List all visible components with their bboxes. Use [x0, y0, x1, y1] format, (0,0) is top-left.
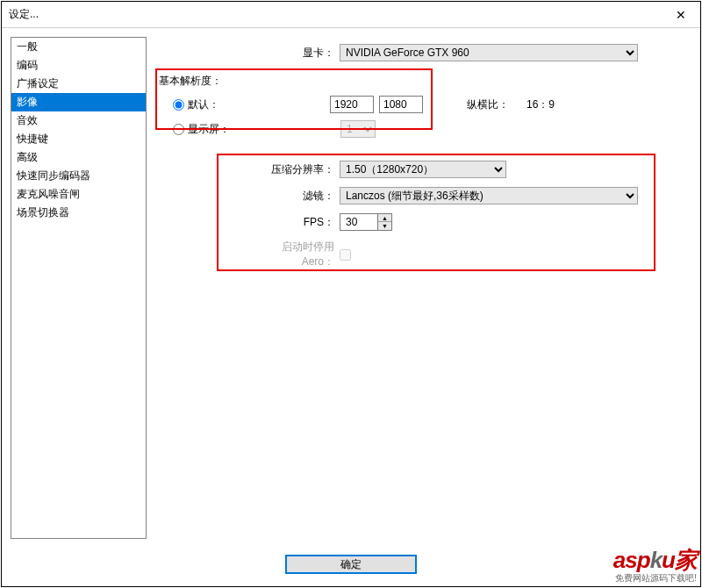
ok-button[interactable]: 确定 [285, 555, 417, 574]
footer: 确定 [2, 548, 700, 586]
gpu-select[interactable]: NVIDIA GeForce GTX 960 [340, 44, 638, 61]
main-panel: 显卡： NVIDIA GeForce GTX 960 基本解析度： 默认： 纵横… [155, 37, 691, 539]
fps-input[interactable] [340, 213, 378, 231]
titlebar: 设定... ✕ [2, 2, 700, 28]
radio-display-label: 显示屏： [188, 122, 230, 137]
sidebar-item-general[interactable]: 一般 [11, 38, 146, 56]
sidebar-item-advanced[interactable]: 高级 [11, 148, 146, 167]
fps-up-icon[interactable]: ▲ [378, 214, 391, 222]
sidebar-item-video[interactable]: 影像 [11, 93, 146, 111]
fps-label: FPS： [252, 215, 340, 230]
sidebar: 一般 编码 广播设定 影像 音效 快捷键 高级 快速同步编码器 麦克风噪音闸 场… [11, 37, 147, 539]
sidebar-item-hotkeys[interactable]: 快捷键 [11, 130, 146, 148]
aero-label: 启动时停用 Aero： [252, 240, 340, 269]
fps-spinner[interactable]: ▲ ▼ [340, 213, 392, 231]
sidebar-item-broadcast[interactable]: 广播设定 [11, 75, 146, 93]
height-input[interactable] [379, 96, 423, 113]
display-select[interactable]: 1 [340, 120, 376, 138]
radio-default-label: 默认： [188, 97, 219, 112]
aero-checkbox[interactable] [340, 249, 351, 261]
aspect-value: 16：9 [514, 96, 567, 113]
width-input[interactable] [330, 96, 374, 113]
sidebar-item-scene-switcher[interactable]: 场景切换器 [11, 204, 146, 222]
fps-down-icon[interactable]: ▼ [378, 222, 391, 230]
aspect-label: 纵横比： [467, 97, 514, 112]
radio-display[interactable] [173, 124, 184, 135]
close-icon[interactable]: ✕ [669, 4, 693, 25]
radio-default[interactable] [173, 99, 184, 111]
filter-select[interactable]: Lanczos (细节最好,36采样数) [340, 187, 638, 204]
sidebar-item-audio[interactable]: 音效 [11, 111, 146, 130]
downscale-label: 压缩分辨率： [252, 162, 340, 177]
downscale-select[interactable]: 1.50（1280x720） [340, 161, 506, 178]
sidebar-item-quicksync[interactable]: 快速同步编码器 [11, 167, 146, 185]
filter-label: 滤镜： [252, 189, 340, 204]
base-resolution-label: 基本解析度： [159, 74, 691, 89]
window-title: 设定... [9, 7, 39, 22]
gpu-label: 显卡： [296, 46, 340, 61]
sidebar-item-encoding[interactable]: 编码 [11, 56, 146, 75]
sidebar-item-noise-gate[interactable]: 麦克风噪音闸 [11, 185, 146, 204]
